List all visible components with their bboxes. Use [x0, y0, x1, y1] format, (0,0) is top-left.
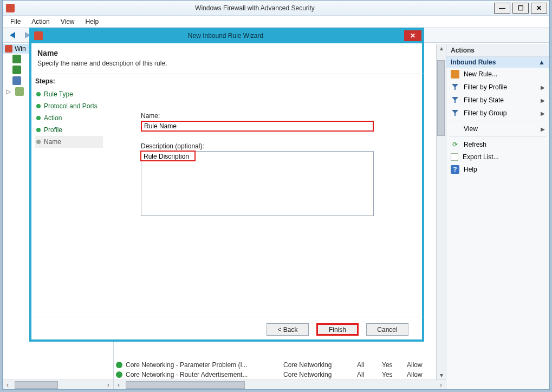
wizard-buttons: < Back Finish Cancel [30, 317, 424, 342]
table-row[interactable]: Core Networking - Router Advertisement..… [114, 370, 436, 380]
filter-icon [451, 109, 459, 117]
action-label: Filter by State [464, 96, 504, 104]
step-action[interactable]: Action [35, 112, 103, 124]
menubar: File Action View Help [3, 16, 549, 28]
hscroll-thumb[interactable] [126, 381, 245, 389]
step-rule-type[interactable]: Rule Type [35, 88, 103, 100]
step-label: Rule Type [44, 90, 73, 98]
wizard-heading: Name [37, 49, 416, 57]
export-icon [451, 153, 458, 161]
list-vscroll[interactable]: ▴ ▾ [436, 44, 446, 380]
scroll-thumb[interactable] [15, 381, 58, 389]
nav-back-button[interactable] [6, 29, 19, 41]
step-dot-icon [36, 92, 41, 96]
vscroll-thumb[interactable] [437, 60, 445, 136]
wizard-header: Name Specify the name and description of… [30, 43, 424, 74]
action-filter-state[interactable]: Filter by State ▶ [446, 94, 549, 107]
menu-view[interactable]: View [55, 17, 80, 27]
tree-hscroll[interactable]: ‹ › [3, 380, 113, 389]
action-help[interactable]: ? Help [446, 163, 549, 176]
chevron-right-icon: ▶ [541, 110, 545, 116]
action-label: View [464, 125, 478, 133]
name-label: Name: [141, 112, 402, 120]
cell-enabled: Yes [382, 361, 404, 369]
cancel-button[interactable]: Cancel [366, 323, 408, 336]
step-name[interactable]: Name [35, 136, 103, 148]
arrow-left-icon [10, 32, 15, 38]
maximize-button[interactable]: ☐ [512, 3, 529, 14]
rule-icon [12, 66, 21, 74]
menu-action[interactable]: Action [26, 17, 55, 27]
step-label: Protocol and Ports [44, 102, 98, 110]
new-rule-icon [451, 70, 459, 79]
titlebar: Windows Firewall with Advanced Security … [3, 1, 549, 16]
actions-separator [450, 121, 546, 121]
help-icon: ? [451, 165, 459, 174]
main-window: Windows Firewall with Advanced Security … [2, 0, 550, 390]
blank-icon [451, 125, 459, 133]
scroll-left-button[interactable]: ‹ [3, 381, 12, 389]
window-title: Windows Firewall with Advanced Security [18, 4, 492, 12]
back-button[interactable]: < Back [267, 323, 309, 336]
actions-section[interactable]: Inbound Rules ▲ [446, 57, 549, 68]
actions-separator [450, 136, 546, 137]
action-export[interactable]: Export List... [446, 151, 549, 163]
scroll-up-button[interactable]: ▴ [437, 44, 446, 53]
tree-root-label: Win [15, 45, 26, 53]
action-label: Filter by Profile [464, 83, 507, 91]
menu-file[interactable]: File [5, 17, 26, 27]
action-view[interactable]: View ▶ [446, 122, 549, 135]
scroll-left-button[interactable]: ‹ [114, 381, 124, 389]
table-row[interactable]: Core Networking - Parameter Problem (I..… [114, 360, 436, 370]
minimize-button[interactable]: — [494, 3, 510, 14]
cell-group: Core Networking [283, 361, 354, 369]
close-button[interactable]: ✕ [531, 3, 547, 14]
action-label: Help [464, 166, 477, 173]
step-dot-icon [36, 116, 41, 120]
wizard-titlebar: New Inbound Rule Wizard ✕ [30, 28, 424, 43]
wizard-form: Name: Description (optional): [108, 74, 424, 317]
finish-button[interactable]: Finish [316, 323, 359, 336]
action-label: New Rule... [464, 70, 497, 78]
action-filter-profile[interactable]: Filter by Profile ▶ [446, 81, 549, 94]
collapse-icon: ▲ [538, 58, 545, 66]
step-label: Action [44, 114, 62, 122]
shield-icon [34, 31, 43, 40]
chevron-right-icon: ▶ [541, 84, 545, 90]
scroll-down-button[interactable]: ▾ [437, 371, 446, 380]
wizard-subheading: Specify the name and description of this… [37, 60, 416, 67]
action-refresh[interactable]: ⟳ Refresh [446, 138, 549, 151]
step-label: Profile [44, 126, 62, 134]
cell-name: Core Networking - Parameter Problem (I..… [126, 361, 280, 369]
rule-name-input[interactable] [141, 121, 374, 132]
action-new-rule[interactable]: New Rule... [446, 68, 549, 81]
refresh-icon: ⟳ [451, 140, 459, 149]
window-buttons: — ☐ ✕ [492, 3, 547, 14]
shield-icon [5, 45, 12, 53]
step-dot-icon [36, 128, 41, 132]
firewall-icon [6, 4, 15, 12]
list-hscroll[interactable]: ‹ › [114, 380, 446, 389]
step-label: Name [44, 138, 61, 146]
menu-help[interactable]: Help [80, 17, 105, 27]
scroll-right-button[interactable]: › [103, 381, 113, 389]
cell-profile: All [357, 371, 379, 378]
actions-header: Actions [446, 44, 549, 57]
filter-icon [451, 96, 459, 104]
action-label: Export List... [463, 153, 499, 161]
cell-name: Core Networking - Router Advertisement..… [126, 371, 280, 378]
expand-icon: ▷ [6, 88, 11, 95]
scroll-right-button[interactable]: › [436, 381, 446, 389]
desc-label: Description (optional): [141, 142, 402, 150]
cell-action: Allow [407, 371, 434, 378]
chevron-right-icon: ▶ [541, 126, 545, 132]
step-profile[interactable]: Profile [35, 124, 103, 136]
action-filter-group[interactable]: Filter by Group ▶ [446, 107, 549, 120]
actions-section-label: Inbound Rules [451, 58, 496, 66]
rule-description-input[interactable] [141, 151, 374, 216]
step-dot-icon [36, 104, 41, 108]
wizard-close-button[interactable]: ✕ [404, 30, 421, 41]
security-icon [12, 76, 21, 85]
step-protocol[interactable]: Protocol and Ports [35, 100, 103, 112]
monitor-icon [15, 87, 24, 96]
